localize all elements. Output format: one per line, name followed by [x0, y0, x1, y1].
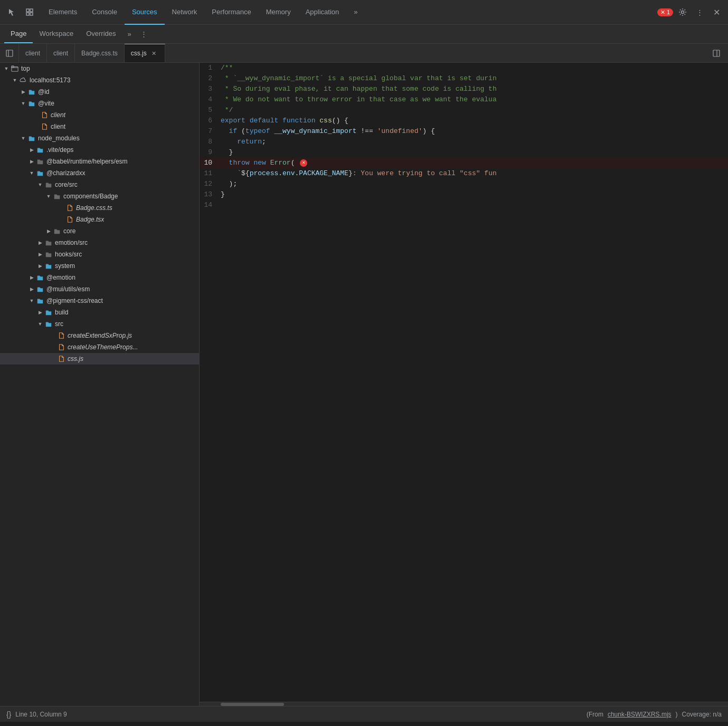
tab-close-button[interactable]: ✕: [150, 49, 158, 58]
tree-item-localhost[interactable]: localhost:5173: [0, 74, 199, 86]
nav-performance[interactable]: Performance: [204, 0, 258, 25]
tree-item-node-modules[interactable]: node_modules: [0, 132, 199, 144]
nav-elements[interactable]: Elements: [41, 0, 84, 25]
tree-label-pigment: @pigment-css/react: [46, 297, 103, 304]
tree-item-babel[interactable]: @babel/runtime/helpers/esm: [0, 156, 199, 167]
folder-icon-charizardxx: [36, 169, 44, 177]
tree-item-badge-css-ts[interactable]: Badge.css.ts: [0, 202, 199, 214]
tree-arrow-build: [36, 308, 44, 317]
more-button[interactable]: ⋮: [692, 5, 707, 20]
scrollbar-thumb[interactable]: [221, 703, 284, 706]
subtab-overrides[interactable]: Overrides: [80, 25, 122, 43]
nav-console[interactable]: Console: [84, 0, 125, 25]
nav-more[interactable]: »: [346, 0, 365, 25]
code-line-3: 3 * So during eval phase, it can happen …: [200, 84, 728, 94]
tree-item-core-src[interactable]: core/src: [0, 179, 199, 190]
source-file-link[interactable]: chunk-BSWIZXRS.mjs: [608, 711, 672, 718]
nav-sources[interactable]: Sources: [125, 0, 165, 25]
tree-item-create-extend[interactable]: createExtendSxProp.js: [0, 330, 199, 341]
folder-icon-emotion: [36, 273, 44, 282]
tree-label-mui: @mui/utils/esm: [46, 285, 90, 293]
folder-icon-system: [44, 262, 53, 270]
error-indicator: ✕: [300, 159, 307, 167]
sidebar-toggle-button[interactable]: [0, 44, 19, 63]
inspect-icon[interactable]: [22, 5, 37, 20]
file-tab-badge-css-ts[interactable]: Badge.css.ts: [75, 44, 125, 62]
toolbar-icons: [4, 5, 37, 20]
pointer-icon[interactable]: [4, 5, 19, 20]
tree-item-badge-tsx[interactable]: Badge.tsx: [0, 214, 199, 225]
tree-item-charizardxx[interactable]: @charizardxx: [0, 167, 199, 179]
tree-label-system: system: [55, 262, 75, 270]
svg-rect-5: [6, 50, 13, 56]
tree-item-build[interactable]: build: [0, 307, 199, 318]
tree-label-vite-deps: .vite/deps: [46, 146, 73, 154]
subtab-workspace[interactable]: Workspace: [33, 25, 80, 43]
subtab-more[interactable]: »: [125, 30, 135, 38]
tree-item-vite-deps[interactable]: .vite/deps: [0, 144, 199, 156]
tree-item-emotion[interactable]: @emotion: [0, 272, 199, 283]
tree-item-css-js[interactable]: css.js: [0, 353, 199, 365]
code-line-12: 12 );: [200, 179, 728, 189]
tree-item-system[interactable]: system: [0, 260, 199, 272]
tree-label-hooks-src: hooks/src: [55, 251, 82, 258]
tree-label-components-badge: components/Badge: [63, 193, 118, 200]
tree-item-id[interactable]: @id: [0, 86, 199, 98]
tree-item-mui[interactable]: @mui/utils/esm: [0, 283, 199, 295]
file-tab-client-1[interactable]: client: [19, 44, 47, 62]
file-tab-css-js[interactable]: css.js ✕: [125, 44, 165, 62]
file-tab-client-2[interactable]: client: [47, 44, 75, 62]
tree-label-create-use-theme: createUseThemeProps...: [68, 343, 138, 351]
tree-item-core[interactable]: core: [0, 225, 199, 237]
tree-arrow-pigment: [27, 297, 36, 305]
folder-icon-id: [27, 88, 36, 96]
close-button[interactable]: ✕: [709, 5, 724, 20]
nav-network[interactable]: Network: [165, 0, 205, 25]
file-tree: top localhost:5173 @id: [0, 63, 200, 706]
tree-item-vite[interactable]: @vite: [0, 98, 199, 109]
settings-button[interactable]: [675, 5, 690, 20]
code-line-11: 11 `${process.env.PACKAGE_NAME}: You wer…: [200, 168, 728, 179]
file-icon-client-italic: [40, 111, 49, 119]
tree-arrow-hooks-src: [36, 250, 44, 259]
tree-item-components-badge[interactable]: components/Badge: [0, 190, 199, 202]
tree-item-src[interactable]: src: [0, 318, 199, 330]
file-icon-badge-css-ts: [65, 204, 74, 212]
tree-label-babel: @babel/runtime/helpers/esm: [46, 158, 128, 165]
tree-item-pigment[interactable]: @pigment-css/react: [0, 295, 199, 307]
code-line-13: 13 }: [200, 189, 728, 200]
code-content[interactable]: 1 /** 2 * `__wyw_dynamic_import` is a sp…: [200, 63, 728, 702]
editor-layout-button[interactable]: [709, 46, 724, 61]
error-badge[interactable]: ✕ 1: [657, 8, 673, 16]
code-line-5: 5 */: [200, 105, 728, 116]
subtab-menu-button[interactable]: ⋮: [137, 27, 152, 42]
tree-item-emotion-src[interactable]: emotion/src: [0, 237, 199, 249]
horizontal-scrollbar[interactable]: [200, 702, 728, 706]
folder-icon-src: [44, 320, 53, 328]
tree-label-emotion-src: emotion/src: [55, 239, 88, 246]
nav-application[interactable]: Application: [298, 0, 347, 25]
file-icon-client: [40, 122, 49, 131]
tree-arrow-core-src: [36, 180, 44, 189]
tree-item-top[interactable]: top: [0, 63, 199, 74]
tree-item-client-italic[interactable]: client: [0, 109, 199, 121]
nav-memory[interactable]: Memory: [259, 0, 298, 25]
subtab-page[interactable]: Page: [4, 25, 33, 43]
tree-arrow-emotion-src: [36, 238, 44, 247]
folder-icon-babel: [36, 157, 44, 166]
svg-rect-0: [26, 9, 29, 12]
file-tabs: client client Badge.css.ts css.js ✕: [0, 44, 728, 63]
file-icon-css-js: [57, 355, 65, 363]
tree-item-create-use-theme[interactable]: createUseThemeProps...: [0, 341, 199, 353]
svg-rect-2: [26, 13, 29, 15]
tree-arrow-emotion: [27, 273, 36, 282]
tree-arrow-core: [44, 227, 53, 235]
tree-label-src: src: [55, 320, 63, 328]
status-bar: {} Line 10, Column 9 (From chunk-BSWIZXR…: [0, 706, 728, 722]
tree-item-hooks-src[interactable]: hooks/src: [0, 249, 199, 260]
format-icon[interactable]: {}: [6, 710, 11, 719]
tree-label-top: top: [21, 65, 30, 72]
folder-icon-mui: [36, 285, 44, 293]
tree-item-client[interactable]: client: [0, 121, 199, 132]
folder-icon-pigment: [36, 297, 44, 305]
